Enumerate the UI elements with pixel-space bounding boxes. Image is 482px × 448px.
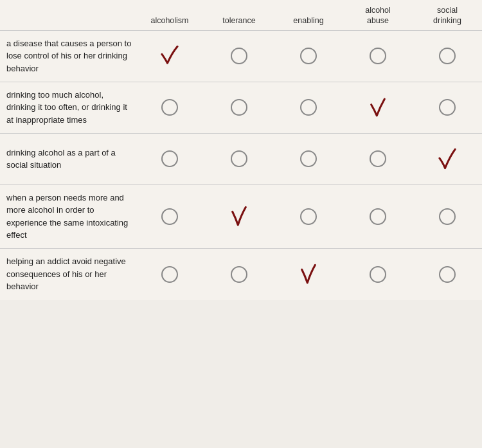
- cell-r0-c2[interactable]: [274, 48, 343, 64]
- cell-r4-c2[interactable]: [274, 260, 343, 289]
- checkmark-icon: [366, 93, 390, 121]
- cell-r0-c4[interactable]: [413, 48, 482, 64]
- cell-r2-c4[interactable]: [413, 145, 482, 173]
- cell-r3-c4[interactable]: [413, 208, 482, 225]
- cell-r4-c4[interactable]: [413, 266, 482, 283]
- radio-circle[interactable]: [231, 150, 247, 167]
- radio-circle[interactable]: [300, 208, 317, 225]
- cell-r0-c0[interactable]: [135, 42, 204, 70]
- radio-circle[interactable]: [300, 48, 317, 64]
- cell-r1-c3[interactable]: [343, 93, 413, 121]
- table-row: a disease that causes a person to lose c…: [0, 31, 482, 82]
- radio-circle[interactable]: [439, 48, 456, 64]
- cell-r1-c4[interactable]: [413, 99, 482, 116]
- radio-circle[interactable]: [231, 48, 247, 64]
- col-enabling-header: enabling: [274, 15, 343, 26]
- radio-circle[interactable]: [370, 150, 386, 167]
- col-tolerance-header: tolerance: [204, 15, 274, 26]
- col-alcohol-abuse-header: alcohol abuse: [343, 5, 413, 26]
- radio-circle[interactable]: [161, 150, 178, 167]
- radio-circle[interactable]: [439, 99, 456, 116]
- cell-r2-c0[interactable]: [135, 150, 204, 167]
- checkmark-icon: [435, 145, 460, 173]
- radio-circle[interactable]: [300, 99, 317, 116]
- matching-table: alcoholismtoleranceenablingalcohol abuse…: [0, 0, 482, 300]
- radio-circle[interactable]: [161, 99, 178, 116]
- cell-r3-c2[interactable]: [274, 208, 343, 225]
- radio-circle[interactable]: [161, 266, 178, 283]
- radio-circle[interactable]: [231, 266, 247, 283]
- cell-r3-c0[interactable]: [135, 208, 204, 225]
- radio-circle[interactable]: [370, 266, 386, 283]
- cell-r4-c3[interactable]: [343, 266, 413, 283]
- cell-r4-c0[interactable]: [135, 266, 204, 283]
- table-row: helping an addict avoid negative consequ…: [0, 249, 482, 300]
- cell-r4-c1[interactable]: [204, 266, 274, 283]
- table-row: when a person needs more and more alcoho…: [0, 185, 482, 249]
- radio-circle[interactable]: [231, 99, 247, 116]
- radio-circle[interactable]: [439, 208, 456, 225]
- radio-circle[interactable]: [370, 208, 386, 225]
- cell-r3-c1[interactable]: [204, 202, 274, 231]
- radio-circle[interactable]: [370, 48, 386, 64]
- header-row: alcoholismtoleranceenablingalcohol abuse…: [0, 0, 482, 31]
- cell-r2-c2[interactable]: [274, 150, 343, 167]
- checkmark-icon: [227, 202, 251, 231]
- cell-r0-c1[interactable]: [204, 48, 274, 64]
- row-label-0: a disease that causes a person to lose c…: [0, 37, 135, 75]
- checkmark-icon: [296, 260, 321, 289]
- radio-circle[interactable]: [300, 150, 317, 167]
- radio-circle[interactable]: [161, 208, 178, 225]
- radio-circle[interactable]: [439, 266, 456, 283]
- row-label-2: drinking alcohol as a part of a social s…: [0, 147, 135, 172]
- table-row: drinking alcohol as a part of a social s…: [0, 134, 482, 185]
- checkmark-icon: [157, 42, 182, 70]
- cell-r2-c1[interactable]: [204, 150, 274, 167]
- cell-r1-c0[interactable]: [135, 99, 204, 116]
- table-row: drinking too much alcohol, drinking it t…: [0, 82, 482, 134]
- col-alcoholism-header: alcoholism: [135, 15, 204, 26]
- cell-r2-c3[interactable]: [343, 150, 413, 167]
- row-label-1: drinking too much alcohol, drinking it t…: [0, 89, 135, 127]
- row-label-3: when a person needs more and more alcoho…: [0, 192, 135, 242]
- row-label-4: helping an addict avoid negative consequ…: [0, 255, 135, 293]
- cell-r1-c1[interactable]: [204, 99, 274, 116]
- cell-r3-c3[interactable]: [343, 208, 413, 225]
- cell-r0-c3[interactable]: [343, 48, 413, 64]
- col-social-drinking-header: social drinking: [413, 5, 482, 26]
- cell-r1-c2[interactable]: [274, 99, 343, 116]
